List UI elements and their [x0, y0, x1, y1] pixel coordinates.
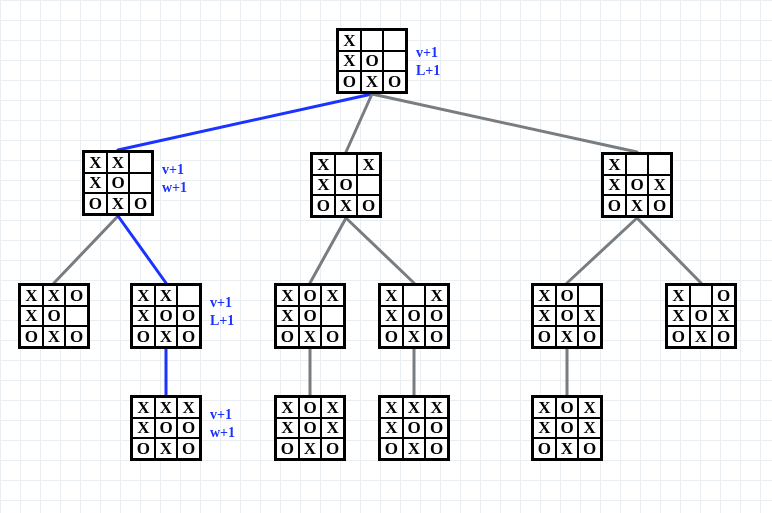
- board-cell: X: [321, 397, 344, 418]
- board-cell: X: [312, 154, 335, 175]
- board-cell: O: [276, 438, 299, 459]
- tic-tac-toe-board: XOXOXOXO: [665, 283, 737, 349]
- board-cell: O: [276, 326, 299, 347]
- tic-tac-toe-board: XXOXOXO: [601, 152, 673, 218]
- board-cell: O: [321, 438, 344, 459]
- board-cell: O: [132, 326, 155, 347]
- board-cell: O: [648, 195, 671, 216]
- board-cell: O: [690, 306, 713, 327]
- board-cell: [578, 285, 601, 306]
- board-cell: X: [335, 195, 358, 216]
- tree-edge: [310, 218, 346, 283]
- tree-edge: [372, 94, 637, 152]
- board-cell: X: [84, 152, 107, 173]
- tree-node: XXXOOOXO: [130, 283, 202, 349]
- board-cell: X: [20, 306, 43, 327]
- board-cell: O: [177, 306, 200, 327]
- board-cell: X: [533, 306, 556, 327]
- board-cell: [403, 285, 426, 306]
- board-cell: X: [43, 326, 66, 347]
- board-cell: O: [65, 326, 88, 347]
- tic-tac-toe-board: XOXXOXOXO: [274, 395, 346, 461]
- board-cell: O: [299, 397, 322, 418]
- board-cell: X: [155, 438, 178, 459]
- board-cell: O: [65, 285, 88, 306]
- board-cell: O: [533, 326, 556, 347]
- tic-tac-toe-board: XOXXOXOXO: [531, 395, 603, 461]
- board-cell: X: [299, 438, 322, 459]
- tic-tac-toe-board: XXXXOOOXO: [378, 395, 450, 461]
- tic-tac-toe-board: XOXOXOXO: [531, 283, 603, 349]
- board-cell: O: [338, 71, 361, 92]
- board-cell: O: [177, 418, 200, 439]
- board-cell: X: [403, 438, 426, 459]
- board-cell: X: [578, 397, 601, 418]
- board-cell: X: [155, 397, 178, 418]
- tree-node: XXXOOXO: [310, 152, 382, 218]
- tic-tac-toe-board: XOXXOOXO: [274, 283, 346, 349]
- board-cell: X: [667, 285, 690, 306]
- board-cell: X: [84, 173, 107, 194]
- board-cell: X: [20, 285, 43, 306]
- board-cell: O: [380, 438, 403, 459]
- board-cell: X: [380, 285, 403, 306]
- board-cell: X: [712, 306, 735, 327]
- board-cell: [626, 154, 649, 175]
- tree-node: XXXOOOXO: [378, 283, 450, 349]
- tic-tac-toe-board: XXXOOOXO: [378, 283, 450, 349]
- board-cell: O: [603, 195, 626, 216]
- tic-tac-toe-board: XXOXOOXO: [18, 283, 90, 349]
- tree-node: XXXXOOOXO: [130, 395, 202, 461]
- board-cell: X: [380, 306, 403, 327]
- board-cell: X: [276, 306, 299, 327]
- board-cell: O: [20, 326, 43, 347]
- board-cell: O: [556, 418, 579, 439]
- board-cell: X: [380, 397, 403, 418]
- tic-tac-toe-board: XXXOOXO: [82, 150, 154, 216]
- board-cell: X: [107, 152, 130, 173]
- tree-node: XOXOXOXO: [531, 283, 603, 349]
- board-cell: O: [712, 285, 735, 306]
- board-cell: X: [578, 306, 601, 327]
- board-cell: X: [403, 397, 426, 418]
- board-cell: X: [299, 326, 322, 347]
- board-cell: X: [132, 285, 155, 306]
- tic-tac-toe-board: XXOOXO: [336, 28, 408, 94]
- board-cell: [383, 30, 406, 51]
- board-cell: O: [299, 285, 322, 306]
- board-cell: O: [132, 438, 155, 459]
- board-cell: O: [129, 193, 152, 214]
- board-cell: [690, 285, 713, 306]
- node-annotation: v+1 L+1: [416, 44, 440, 79]
- board-cell: O: [556, 306, 579, 327]
- tree-edge: [637, 218, 701, 283]
- board-cell: X: [155, 285, 178, 306]
- node-annotation: v+1 w+1: [210, 406, 235, 441]
- board-cell: [648, 154, 671, 175]
- board-cell: [65, 306, 88, 327]
- board-cell: [129, 152, 152, 173]
- board-cell: O: [533, 438, 556, 459]
- tree-node: XOXXOXOXO: [531, 395, 603, 461]
- board-cell: X: [667, 306, 690, 327]
- board-cell: X: [690, 326, 713, 347]
- board-cell: O: [403, 418, 426, 439]
- board-cell: X: [648, 175, 671, 196]
- board-cell: X: [380, 418, 403, 439]
- board-cell: X: [177, 397, 200, 418]
- board-cell: X: [338, 51, 361, 72]
- board-cell: X: [403, 326, 426, 347]
- board-cell: X: [603, 154, 626, 175]
- board-cell: O: [556, 397, 579, 418]
- board-cell: O: [321, 326, 344, 347]
- tree-node: XOXXOOXO: [274, 283, 346, 349]
- board-cell: [177, 285, 200, 306]
- board-cell: O: [626, 175, 649, 196]
- board-cell: [321, 306, 344, 327]
- board-cell: O: [380, 326, 403, 347]
- board-cell: O: [312, 195, 335, 216]
- tic-tac-toe-board: XXXOOXO: [310, 152, 382, 218]
- board-cell: X: [533, 397, 556, 418]
- board-cell: O: [403, 306, 426, 327]
- board-cell: X: [556, 326, 579, 347]
